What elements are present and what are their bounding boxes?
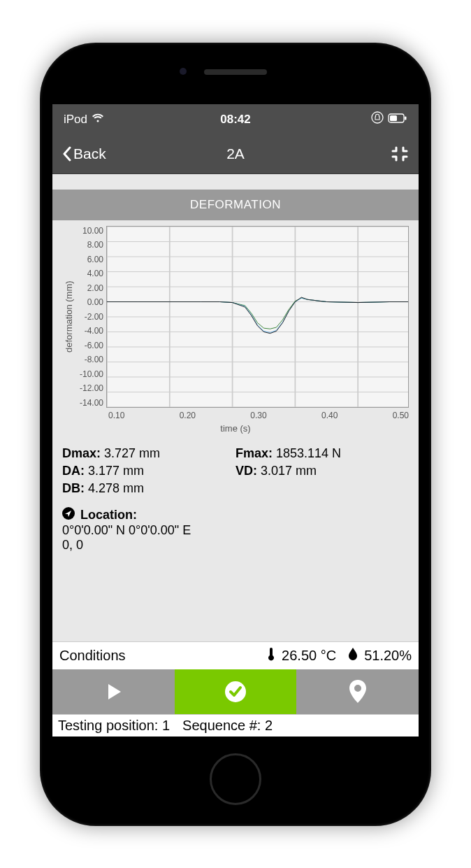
humidity-value: 51.20% <box>364 648 412 664</box>
back-button[interactable]: Back <box>62 145 106 162</box>
back-label: Back <box>73 145 106 162</box>
page-title: 2A <box>226 145 245 162</box>
chart-plot[interactable] <box>106 226 409 408</box>
metric-dmax: Dmax: 3.727 mm <box>62 446 236 461</box>
home-button[interactable] <box>210 753 261 805</box>
metric-vd: VD: 3.017 mm <box>236 464 409 478</box>
location-xy: 0, 0 <box>62 538 409 553</box>
wifi-icon <box>92 113 104 127</box>
chart-svg <box>107 227 408 407</box>
check-circle-icon <box>224 680 247 704</box>
add-location-button[interactable] <box>296 669 419 714</box>
nav-bar: Back 2A <box>52 135 419 174</box>
phone-inner: iPod 08:42 <box>52 55 419 813</box>
sequence-number: Sequence #: 2 <box>182 718 273 734</box>
orientation-lock-icon <box>371 111 384 127</box>
metric-db: DB: 4.278 mm <box>62 481 236 496</box>
phone-speaker <box>204 69 267 75</box>
svg-rect-2 <box>390 115 397 121</box>
conditions-label: Conditions <box>59 648 261 664</box>
footer-row: Testing position: 1 Sequence #: 2 <box>52 714 419 737</box>
metric-da: DA: 3.177 mm <box>62 464 236 478</box>
thermometer-icon <box>266 646 276 665</box>
phone-camera <box>180 68 187 75</box>
metrics-grid: Dmax: 3.727 mm Fmax: 1853.114 N DA: 3.17… <box>52 439 419 503</box>
location-block: Location: 0°0'0.00" N 0°0'0.00" E 0, 0 <box>52 503 419 562</box>
chevron-left-icon <box>62 146 72 162</box>
location-arrow-icon <box>62 507 75 523</box>
chart-area: deformation (mm) 10.008.006.004.002.000.… <box>52 220 419 439</box>
spacer <box>52 174 419 190</box>
confirm-button[interactable] <box>175 669 297 714</box>
device-label: iPod <box>64 113 87 127</box>
location-coords: 0°0'0.00" N 0°0'0.00" E <box>62 523 409 538</box>
content-area: deformation (mm) 10.008.006.004.002.000.… <box>52 220 419 641</box>
phone-frame: iPod 08:42 <box>40 43 431 826</box>
location-label: Location: <box>80 508 137 522</box>
collapse-icon <box>391 145 409 163</box>
battery-icon <box>388 113 407 127</box>
play-icon <box>103 681 124 702</box>
metric-fmax: Fmax: 1853.114 N <box>236 446 409 461</box>
x-axis-ticks: 0.100.200.300.400.50 <box>108 408 409 423</box>
x-axis-label: time (s) <box>62 423 409 439</box>
exit-fullscreen-button[interactable] <box>391 145 409 163</box>
y-axis-label: deformation (mm) <box>62 226 74 408</box>
screen: iPod 08:42 <box>52 104 419 737</box>
status-bar: iPod 08:42 <box>52 104 419 135</box>
action-bar <box>52 669 419 714</box>
clock: 08:42 <box>220 113 250 127</box>
conditions-bar: Conditions 26.50 °C 51.20% <box>52 641 419 669</box>
svg-rect-3 <box>405 116 407 120</box>
section-header: DEFORMATION <box>52 190 419 220</box>
y-axis-ticks: 10.008.006.004.002.000.00-2.00-4.00-6.00… <box>74 226 106 408</box>
droplet-icon <box>347 647 358 664</box>
testing-position: Testing position: 1 <box>58 718 170 734</box>
play-button[interactable] <box>52 669 175 714</box>
pin-plus-icon <box>347 679 368 704</box>
svg-point-0 <box>372 112 383 123</box>
temperature-value: 26.50 °C <box>282 648 336 664</box>
